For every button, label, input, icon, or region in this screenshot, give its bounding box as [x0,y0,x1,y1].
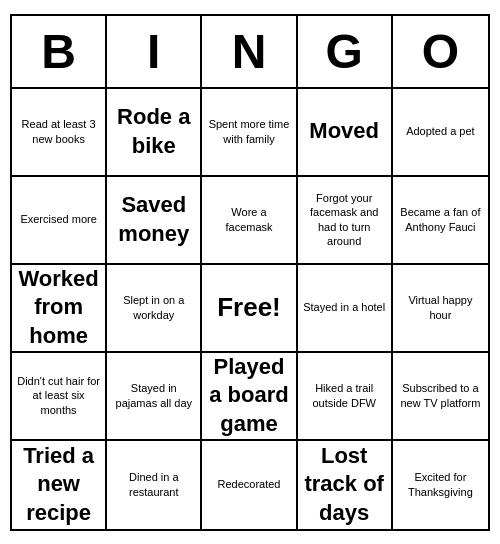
bingo-cell-6[interactable]: Saved money [107,177,202,265]
bingo-letter-O: O [393,16,488,87]
bingo-cell-24[interactable]: Excited for Thanksgiving [393,441,488,529]
bingo-cell-15[interactable]: Didn't cut hair for at least six months [12,353,107,441]
bingo-cell-13[interactable]: Stayed in a hotel [298,265,393,353]
bingo-cell-9[interactable]: Became a fan of Anthony Fauci [393,177,488,265]
bingo-cell-16[interactable]: Stayed in pajamas all day [107,353,202,441]
bingo-cell-23[interactable]: Lost track of days [298,441,393,529]
bingo-cell-19[interactable]: Subscribed to a new TV platform [393,353,488,441]
bingo-grid: Read at least 3 new booksRode a bikeSpen… [12,89,488,529]
bingo-cell-12[interactable]: Free! [202,265,297,353]
bingo-cell-7[interactable]: Wore a facemask [202,177,297,265]
bingo-header: BINGO [12,16,488,89]
bingo-cell-5[interactable]: Exercised more [12,177,107,265]
bingo-letter-N: N [202,16,297,87]
bingo-cell-4[interactable]: Adopted a pet [393,89,488,177]
bingo-cell-2[interactable]: Spent more time with family [202,89,297,177]
bingo-cell-17[interactable]: Played a board game [202,353,297,441]
bingo-cell-21[interactable]: Dined in a restaurant [107,441,202,529]
bingo-letter-B: B [12,16,107,87]
bingo-cell-20[interactable]: Tried a new recipe [12,441,107,529]
bingo-cell-1[interactable]: Rode a bike [107,89,202,177]
bingo-cell-22[interactable]: Redecorated [202,441,297,529]
bingo-cell-8[interactable]: Forgot your facemask and had to turn aro… [298,177,393,265]
bingo-cell-11[interactable]: Slept in on a workday [107,265,202,353]
bingo-cell-10[interactable]: Worked from home [12,265,107,353]
bingo-cell-3[interactable]: Moved [298,89,393,177]
bingo-letter-I: I [107,16,202,87]
bingo-letter-G: G [298,16,393,87]
bingo-cell-0[interactable]: Read at least 3 new books [12,89,107,177]
bingo-cell-18[interactable]: Hiked a trail outside DFW [298,353,393,441]
bingo-cell-14[interactable]: Virtual happy hour [393,265,488,353]
bingo-card: BINGO Read at least 3 new booksRode a bi… [10,14,490,531]
